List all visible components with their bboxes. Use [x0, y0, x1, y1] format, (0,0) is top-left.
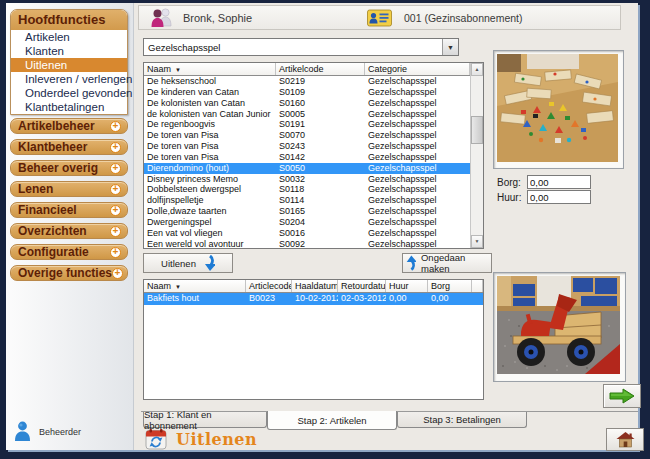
- article-row[interactable]: de kolonisten van Catan Junior S0005 Gez…: [144, 109, 471, 120]
- accordion-section[interactable]: Overzichten: [10, 223, 128, 239]
- column-header-retourdatum[interactable]: Retourdatum: [338, 280, 386, 292]
- next-button[interactable]: [603, 384, 641, 408]
- column-header-haaldatum[interactable]: Haaldatum: [292, 280, 338, 292]
- accordion-section[interactable]: Beheer overig: [10, 160, 128, 176]
- undo-button-label: Ongedaan maken: [421, 252, 491, 274]
- article-row[interactable]: De toren van Pisa S0142 Gezelschapsspel: [144, 152, 471, 163]
- home-icon: [616, 431, 635, 448]
- article-row[interactable]: De kinderen van Catan S0109 Gezelschapss…: [144, 87, 471, 98]
- sort-desc-icon: ▼: [175, 67, 181, 73]
- menu-item[interactable]: Artikelen: [11, 30, 127, 44]
- scroll-up-button[interactable]: ▲: [471, 63, 483, 76]
- main-menu-panel: Hoofdfuncties Artikelen Klanten Uitlenen…: [10, 9, 128, 115]
- article-row[interactable]: Dolle,dwaze taarten S0165 Gezelschapsspe…: [144, 206, 471, 217]
- tab-stap2-artikelen[interactable]: Stap 2: Artikelen: [267, 411, 397, 430]
- column-header-filler: [472, 280, 483, 292]
- plus-icon[interactable]: [110, 226, 121, 237]
- plus-icon[interactable]: [112, 268, 123, 279]
- menu-items: Artikelen Klanten Uitlenen Inleveren / v…: [11, 30, 127, 114]
- subscription-card-icon: [367, 9, 392, 27]
- user-box: Beheerder: [14, 421, 81, 442]
- scroll-down-button[interactable]: ▼: [471, 235, 483, 248]
- plus-icon[interactable]: [110, 184, 121, 195]
- accordion-section[interactable]: Artikelbeheer: [10, 118, 128, 134]
- articles-table-body: De heksenschool S0219 Gezelschapsspel De…: [144, 76, 471, 249]
- column-header-borg[interactable]: Borg: [428, 280, 472, 292]
- home-button[interactable]: [606, 428, 644, 451]
- articles-scrollbar[interactable]: ▲ ▼: [470, 63, 483, 248]
- column-header-naam[interactable]: Naam▼: [144, 63, 276, 75]
- category-select-value: Gezelschapsspel: [144, 42, 442, 53]
- accordion-list: Artikelbeheer Klantbeheer Beheer overig: [10, 118, 128, 286]
- menu-item[interactable]: Inleveren / verlengen: [11, 72, 127, 86]
- sort-desc-icon: ▼: [175, 284, 181, 290]
- tab-stap3-betalingen[interactable]: Stap 3: Betalingen: [397, 412, 527, 428]
- article-row[interactable]: De heksenschool S0219 Gezelschapsspel: [144, 76, 471, 87]
- article-row[interactable]: Een vat vol vliegen S0016 Gezelschapsspe…: [144, 228, 471, 239]
- article-row[interactable]: Dwergeningspel S0204 Gezelschapsspel: [144, 217, 471, 228]
- loans-table-header: Naam▼ Articlecode Haaldatum Retourdatum …: [144, 280, 483, 293]
- app-content: Hoofdfuncties Artikelen Klanten Uitlenen…: [6, 3, 638, 450]
- plus-icon[interactable]: [110, 121, 121, 132]
- loan-row[interactable]: Bakfiets hout B0023 10-02-2012 02-03-201…: [144, 293, 483, 305]
- accordion-label: Beheer overig: [18, 161, 110, 175]
- menu-item[interactable]: Klanten: [11, 44, 127, 58]
- huur-input[interactable]: [527, 190, 591, 204]
- page-title: Uitlenen: [176, 430, 257, 449]
- accordion-section[interactable]: Configuratie: [10, 244, 128, 260]
- plus-icon[interactable]: [110, 163, 121, 174]
- column-header-artikelcode[interactable]: Artikelcode: [276, 63, 365, 75]
- customer-name: Bronk, Sophie: [183, 12, 252, 24]
- huur-label: Huur:: [497, 192, 521, 203]
- accordion-section[interactable]: Lenen: [10, 181, 128, 197]
- article-photo-domino: [497, 54, 618, 162]
- borg-input[interactable]: [527, 175, 591, 189]
- plus-icon[interactable]: [110, 247, 121, 258]
- accordion-section[interactable]: Overige functies: [10, 265, 128, 281]
- article-row[interactable]: Dobbelsteen dwergspel S0118 Gezelschapss…: [144, 184, 471, 195]
- article-row[interactable]: Dierendomino (hout) S0050 Gezelschapsspe…: [144, 163, 471, 174]
- article-row[interactable]: De regenboogvis S0191 Gezelschapsspel: [144, 119, 471, 130]
- customer-icon: [149, 7, 175, 28]
- undo-button[interactable]: Ongedaan maken: [402, 253, 492, 273]
- loans-table: Naam▼ Articlecode Haaldatum Retourdatum …: [143, 279, 484, 400]
- topbar: Bronk, Sophie 001 (Gezinsabonnement): [138, 5, 621, 30]
- articles-table: Naam▼ Artikelcode Categorie De heksensch…: [143, 62, 484, 249]
- column-header-articlecode[interactable]: Articlecode: [246, 280, 292, 292]
- scroll-thumb[interactable]: [471, 116, 483, 144]
- lend-button[interactable]: Uitlenen: [143, 253, 233, 273]
- column-header-naam2[interactable]: Naam▼: [144, 280, 246, 292]
- column-header-categorie[interactable]: Categorie: [365, 63, 470, 75]
- article-row[interactable]: De toren van Pisa S0070 Gezelschapsspel: [144, 130, 471, 141]
- menu-item[interactable]: Klantbetalingen: [11, 100, 127, 114]
- menu-header: Hoofdfuncties: [11, 10, 127, 30]
- chevron-down-icon[interactable]: ▼: [442, 39, 458, 55]
- article-row[interactable]: De toren van Pisa S0243 Gezelschapsspel: [144, 141, 471, 152]
- plus-icon[interactable]: [110, 205, 121, 216]
- column-header-huur[interactable]: Huur: [386, 280, 428, 292]
- menu-item[interactable]: Onderdeel gevonden: [11, 86, 127, 100]
- article-row[interactable]: dolfijnspelletje S0114 Gezelschapsspel: [144, 195, 471, 206]
- user-role-label: Beheerder: [39, 427, 81, 437]
- subscription-label: 001 (Gezinsabonnement): [404, 12, 523, 24]
- category-select[interactable]: Gezelschapsspel ▼: [143, 38, 459, 56]
- accordion-section[interactable]: Financieel: [10, 202, 128, 218]
- menu-item[interactable]: Uitlenen: [11, 58, 127, 72]
- article-row[interactable]: De kolonisten van Catan S0160 Gezelschap…: [144, 98, 471, 109]
- accordion-label: Overige functies: [18, 266, 112, 280]
- subscription-group: 001 (Gezinsabonnement): [367, 9, 523, 27]
- accordion-label: Configuratie: [18, 245, 110, 259]
- accordion-label: Lenen: [18, 182, 110, 196]
- green-arrow-right-icon: [609, 388, 635, 404]
- loan-photo-cart: [497, 276, 620, 374]
- sidebar: Hoofdfuncties Artikelen Klanten Uitlenen…: [6, 3, 134, 450]
- article-row[interactable]: Een wereld vol avontuur S0092 Gezelschap…: [144, 239, 471, 249]
- articles-table-header: Naam▼ Artikelcode Categorie: [144, 63, 483, 76]
- app-window: Hoofdfuncties Artikelen Klanten Uitlenen…: [0, 0, 650, 459]
- article-row[interactable]: Disney princess Memo S0032 Gezelschapssp…: [144, 174, 471, 185]
- lend-button-label: Uitlenen: [161, 258, 196, 269]
- plus-icon[interactable]: [110, 142, 121, 153]
- loans-table-body: Bakfiets hout B0023 10-02-2012 02-03-201…: [144, 293, 483, 305]
- tab-stap1-klant-en-abonnement[interactable]: Stap 1: Klant en abonnement: [143, 412, 267, 428]
- accordion-section[interactable]: Klantbeheer: [10, 139, 128, 155]
